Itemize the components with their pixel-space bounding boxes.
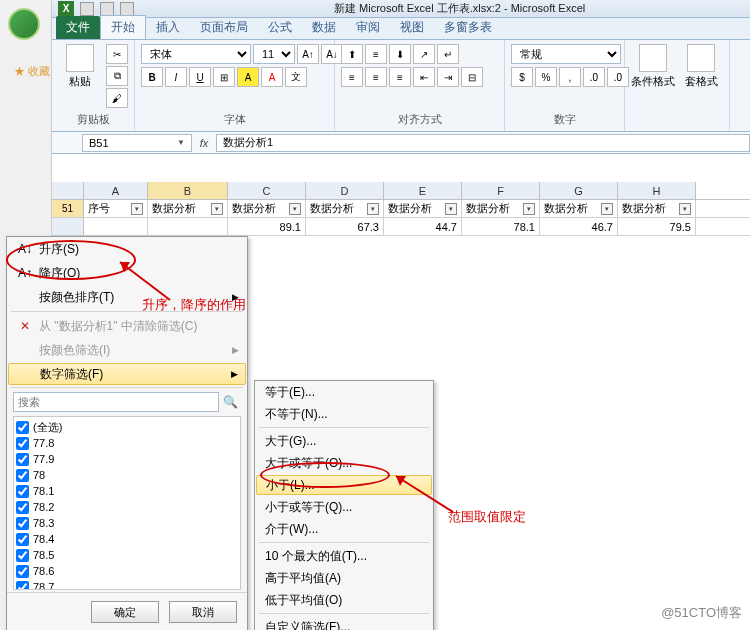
filter-value-item[interactable]: 78.4 xyxy=(16,531,238,547)
tab-layout[interactable]: 页面布局 xyxy=(190,16,258,39)
header-cell[interactable]: 数据分析▾ xyxy=(462,200,540,217)
align-middle-icon[interactable]: ≡ xyxy=(365,44,387,64)
table-style-button[interactable]: 套格式 xyxy=(679,44,723,89)
percent-icon[interactable]: % xyxy=(535,67,557,87)
checkbox[interactable] xyxy=(16,565,29,578)
tab-review[interactable]: 审阅 xyxy=(346,16,390,39)
col-header-c[interactable]: C xyxy=(228,182,306,199)
filter-icon[interactable]: ▾ xyxy=(445,203,457,215)
filter-value-item[interactable]: 78.7 xyxy=(16,579,238,590)
checkbox[interactable] xyxy=(16,485,29,498)
col-header-e[interactable]: E xyxy=(384,182,462,199)
sort-by-color-item[interactable]: 按颜色排序(T)▶ xyxy=(7,285,247,309)
align-right-icon[interactable]: ≡ xyxy=(389,67,411,87)
paste-button[interactable]: 粘贴 xyxy=(58,44,102,89)
cell[interactable]: 79.5 xyxy=(618,218,696,235)
header-cell[interactable]: 数据分析▾ xyxy=(148,200,228,217)
col-header-b[interactable]: B xyxy=(148,182,228,199)
favorites-label[interactable]: ★ 收藏 xyxy=(14,64,50,79)
between-item[interactable]: 介于(W)... xyxy=(255,518,433,540)
checkbox[interactable] xyxy=(16,469,29,482)
filter-search-input[interactable] xyxy=(13,392,219,412)
equals-item[interactable]: 等于(E)... xyxy=(255,381,433,403)
format-painter-icon[interactable]: 🖌 xyxy=(106,88,128,108)
phonetic-button[interactable]: 文 xyxy=(285,67,307,87)
tab-more[interactable]: 多窗多表 xyxy=(434,16,502,39)
filter-icon[interactable]: ▾ xyxy=(289,203,301,215)
copy-icon[interactable]: ⧉ xyxy=(106,66,128,86)
header-cell[interactable]: 数据分析▾ xyxy=(228,200,306,217)
font-name-select[interactable]: 宋体 xyxy=(141,44,251,64)
undo-icon[interactable] xyxy=(100,2,114,16)
font-size-select[interactable]: 11 xyxy=(253,44,295,64)
cell[interactable]: 89.1 xyxy=(228,218,306,235)
col-header-g[interactable]: G xyxy=(540,182,618,199)
border-button[interactable]: ⊞ xyxy=(213,67,235,87)
merge-icon[interactable]: ⊟ xyxy=(461,67,483,87)
less-equal-item[interactable]: 小于或等于(Q)... xyxy=(255,496,433,518)
col-header-h[interactable]: H xyxy=(618,182,696,199)
fx-icon[interactable]: fx xyxy=(192,137,216,149)
filter-value-item[interactable]: 78.6 xyxy=(16,563,238,579)
align-bottom-icon[interactable]: ⬇ xyxy=(389,44,411,64)
tab-insert[interactable]: 插入 xyxy=(146,16,190,39)
underline-button[interactable]: U xyxy=(189,67,211,87)
number-filter-item[interactable]: 数字筛选(F)▶ xyxy=(8,363,246,385)
less-than-item[interactable]: 小于(L)... xyxy=(256,475,432,495)
filter-icon[interactable]: ▾ xyxy=(131,203,143,215)
checkbox[interactable] xyxy=(16,581,29,591)
cell[interactable]: 67.3 xyxy=(306,218,384,235)
select-all-corner[interactable] xyxy=(52,182,84,199)
row-header[interactable] xyxy=(52,218,84,235)
header-cell[interactable]: 数据分析▾ xyxy=(618,200,696,217)
below-avg-item[interactable]: 低于平均值(O) xyxy=(255,589,433,611)
grow-font-icon[interactable]: A↑ xyxy=(297,44,319,64)
above-avg-item[interactable]: 高于平均值(A) xyxy=(255,567,433,589)
cut-icon[interactable]: ✂ xyxy=(106,44,128,64)
cell[interactable]: 44.7 xyxy=(384,218,462,235)
align-center-icon[interactable]: ≡ xyxy=(365,67,387,87)
name-box[interactable]: B51▼ xyxy=(82,134,192,152)
greater-than-item[interactable]: 大于(G)... xyxy=(255,430,433,452)
cell[interactable]: 46.7 xyxy=(540,218,618,235)
filter-value-item[interactable]: 78 xyxy=(16,467,238,483)
not-equals-item[interactable]: 不等于(N)... xyxy=(255,403,433,425)
filter-icon[interactable]: ▾ xyxy=(367,203,379,215)
checkbox[interactable] xyxy=(16,437,29,450)
tab-home[interactable]: 开始 xyxy=(100,15,146,39)
header-cell[interactable]: 序号▾ xyxy=(84,200,148,217)
redo-icon[interactable] xyxy=(120,2,134,16)
indent-dec-icon[interactable]: ⇤ xyxy=(413,67,435,87)
align-top-icon[interactable]: ⬆ xyxy=(341,44,363,64)
filter-values-list[interactable]: (全选) 77.8 77.9 78 78.1 78.2 78.3 78.4 78… xyxy=(13,416,241,590)
bold-button[interactable]: B xyxy=(141,67,163,87)
col-header-f[interactable]: F xyxy=(462,182,540,199)
top10-item[interactable]: 10 个最大的值(T)... xyxy=(255,545,433,567)
tab-data[interactable]: 数据 xyxy=(302,16,346,39)
cond-format-button[interactable]: 条件格式 xyxy=(631,44,675,89)
tab-view[interactable]: 视图 xyxy=(390,16,434,39)
filter-icon[interactable]: ▾ xyxy=(211,203,223,215)
sort-desc-item[interactable]: A↑降序(O) xyxy=(7,261,247,285)
col-header-d[interactable]: D xyxy=(306,182,384,199)
filter-value-item[interactable]: 77.8 xyxy=(16,435,238,451)
header-cell[interactable]: 数据分析▾ xyxy=(540,200,618,217)
checkbox[interactable] xyxy=(16,501,29,514)
filter-icon[interactable]: ▾ xyxy=(679,203,691,215)
number-format-select[interactable]: 常规 xyxy=(511,44,621,64)
greater-equal-item[interactable]: 大于或等于(O)... xyxy=(255,452,433,474)
formula-bar[interactable]: 数据分析1 xyxy=(216,134,750,152)
align-left-icon[interactable]: ≡ xyxy=(341,67,363,87)
filter-icon[interactable]: ▾ xyxy=(523,203,535,215)
cancel-button[interactable]: 取消 xyxy=(169,601,237,623)
custom-filter-item[interactable]: 自定义筛选(F)... xyxy=(255,616,433,630)
italic-button[interactable]: I xyxy=(165,67,187,87)
font-color-button[interactable]: A xyxy=(261,67,283,87)
tab-formula[interactable]: 公式 xyxy=(258,16,302,39)
ok-button[interactable]: 确定 xyxy=(91,601,159,623)
sort-asc-item[interactable]: A↓升序(S) xyxy=(7,237,247,261)
save-icon[interactable] xyxy=(80,2,94,16)
cell[interactable] xyxy=(84,218,148,235)
checkbox[interactable] xyxy=(16,549,29,562)
header-cell[interactable]: 数据分析▾ xyxy=(306,200,384,217)
